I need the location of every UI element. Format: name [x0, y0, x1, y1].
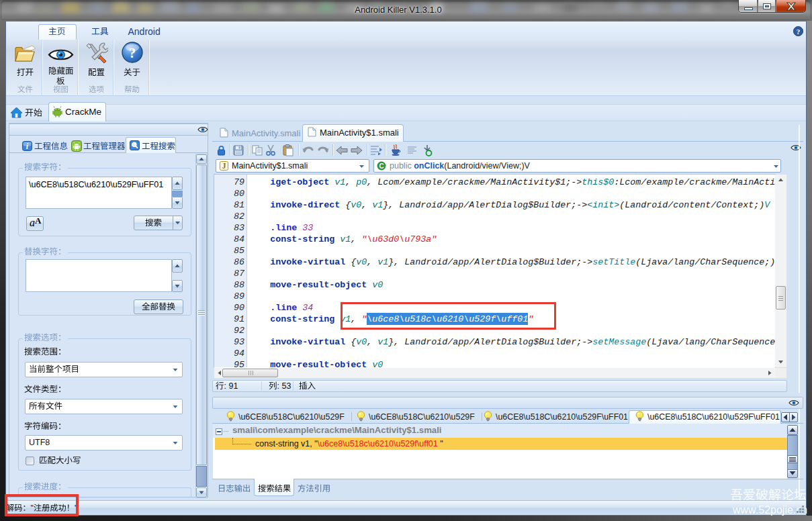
svg-text:J: J	[222, 162, 226, 170]
svg-text:?: ?	[797, 28, 801, 36]
svg-text:C: C	[379, 162, 384, 170]
svg-text:: 91: : 91	[224, 381, 238, 391]
svg-text:: 53: : 53	[277, 381, 291, 391]
svg-text:?: ?	[129, 45, 136, 61]
